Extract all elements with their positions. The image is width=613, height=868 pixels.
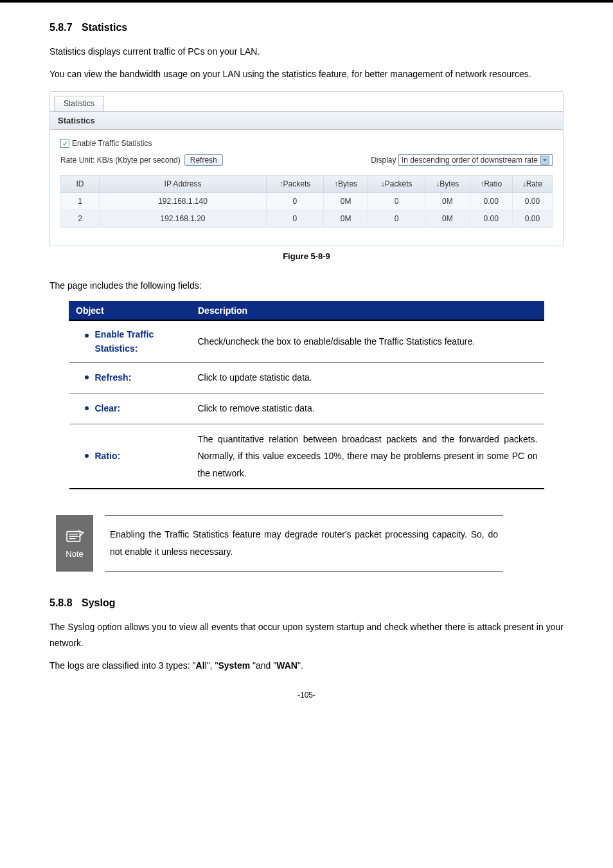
cell-dn-bytes: 0M	[425, 210, 470, 228]
syslog-paragraph-2: The logs are classified into 3 types: "A…	[49, 658, 564, 674]
section-title: Syslog	[82, 597, 115, 608]
cell-dn-pkts: 0	[368, 193, 425, 210]
note-box: Note Enabling the Traffic Statistics fea…	[56, 515, 557, 571]
intro-paragraph-2: You can view the bandwidth usage on your…	[49, 66, 564, 82]
bullet-icon	[85, 375, 89, 379]
object-name: Ratio:	[95, 448, 121, 465]
col-up-ratio[interactable]: ↑Ratio	[470, 176, 512, 193]
enable-traffic-checkbox[interactable]	[60, 139, 69, 148]
refresh-button[interactable]: Refresh	[184, 154, 223, 166]
cell-dn-bytes: 0M	[425, 193, 470, 210]
header-object: Object	[69, 301, 191, 320]
text-bold: System	[218, 660, 250, 671]
chevron-down-icon	[540, 156, 549, 165]
cell-dn-rate: 0.00	[512, 210, 552, 228]
note-text: Enabling the Traffic Statistics feature …	[105, 515, 503, 571]
fields-intro: The page includes the following fields:	[49, 278, 564, 294]
cell-up-ratio: 0.00	[470, 193, 512, 210]
display-label: Display	[371, 156, 396, 165]
header-description: Description	[191, 301, 544, 320]
col-dn-rate[interactable]: ↓Rate	[512, 176, 552, 193]
text: l", "	[205, 660, 218, 671]
display-order-select[interactable]: In descending order of downstream rate	[398, 154, 553, 166]
cell-ip: 192.168.1.140	[100, 193, 267, 210]
cell-ip: 192.168.1.20	[100, 210, 267, 228]
col-up-packets[interactable]: ↑Packets	[267, 176, 324, 193]
object-desc: Click to update statistic data.	[191, 363, 544, 393]
object-name: Refresh:	[95, 369, 132, 386]
intro-paragraph-1: Statistics displays current traffic of P…	[49, 44, 564, 60]
section-heading-statistics: 5.8.7 Statistics	[49, 22, 564, 33]
cell-up-ratio: 0.00	[470, 210, 512, 228]
cell-id: 1	[61, 193, 100, 210]
text: ".	[298, 660, 303, 671]
syslog-paragraph-1: The Syslog option allows you to view all…	[49, 619, 564, 651]
bullet-icon	[85, 334, 89, 338]
enable-traffic-label: Enable Traffic Statistics	[72, 139, 152, 148]
figure-caption: Figure 5-8-9	[49, 251, 564, 261]
page-number: -105-	[49, 691, 564, 700]
bullet-icon	[85, 454, 89, 458]
section-number: 5.8.8	[49, 597, 73, 608]
tab-statistics[interactable]: Statistics	[54, 96, 104, 111]
rate-unit-label: Rate Unit: KB/s (Kbyte per second)	[60, 156, 181, 165]
cell-up-pkts: 0	[267, 193, 324, 210]
table-row: 1 192.168.1.140 0 0M 0 0M 0.00 0.00	[61, 193, 553, 210]
bullet-icon	[85, 406, 89, 410]
section-title: Statistics	[82, 22, 127, 33]
col-id[interactable]: ID	[61, 176, 100, 193]
cell-dn-pkts: 0	[368, 210, 425, 228]
cell-up-bytes: 0M	[323, 210, 368, 228]
top-divider	[0, 0, 613, 3]
text: The logs are classified into 3 types: "	[49, 660, 196, 671]
col-up-bytes[interactable]: ↑Bytes	[323, 176, 368, 193]
note-label: Note	[66, 549, 83, 559]
text-bold: WAN	[276, 660, 298, 671]
statistics-table: ID IP Address ↑Packets ↑Bytes ↓Packets ↓…	[60, 175, 553, 228]
table-row: 2 192.168.1.20 0 0M 0 0M 0.00 0.00	[61, 210, 553, 228]
col-ip[interactable]: IP Address	[100, 176, 267, 193]
object-name: Statistics:	[95, 343, 138, 354]
section-heading-syslog: 5.8.8 Syslog	[49, 597, 564, 609]
cell-up-bytes: 0M	[323, 193, 368, 210]
display-order-value: In descending order of downstream rate	[402, 156, 538, 165]
col-dn-bytes[interactable]: ↓Bytes	[425, 176, 470, 193]
text-bold: Al	[196, 660, 205, 671]
table-row: Ratio: The quantitative relation between…	[69, 424, 544, 489]
cell-dn-rate: 0.00	[512, 193, 552, 210]
cell-up-pkts: 0	[267, 210, 324, 228]
table-row: Refresh: Click to update statistic data.	[69, 363, 544, 393]
cell-id: 2	[61, 210, 100, 228]
section-number: 5.8.7	[49, 22, 73, 33]
note-icon: Note	[56, 515, 93, 571]
table-row: Enable Traffic Statistics: Check/uncheck…	[69, 320, 544, 363]
object-description-table: Object Description Enable Traffic Statis…	[69, 301, 544, 490]
object-desc: Check/uncheck the box to enable/disable …	[191, 320, 544, 363]
object-desc: Click to remove statistic data.	[191, 393, 544, 424]
object-name: Clear:	[95, 400, 121, 417]
text: "and "	[250, 660, 276, 671]
object-name: Enable Traffic	[95, 329, 154, 339]
object-desc: The quantitative relation between broadc…	[191, 424, 544, 489]
table-row: Clear: Click to remove statistic data.	[69, 393, 544, 424]
statistics-screenshot: Statistics Statistics Enable Traffic Sta…	[49, 91, 564, 246]
panel-title: Statistics	[50, 111, 563, 130]
col-dn-packets[interactable]: ↓Packets	[368, 176, 425, 193]
